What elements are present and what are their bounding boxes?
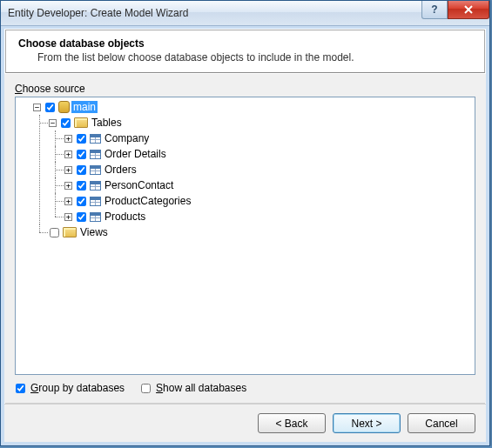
show-all-databases-checkbox[interactable] [141,384,151,393]
table-icon [90,181,101,191]
table-label[interactable]: ProductCategories [103,195,192,207]
table-row[interactable]: Order Details [49,146,473,162]
folder-icon [74,117,88,128]
titlebar-buttons: ? [421,1,489,18]
back-button[interactable]: < Back [258,413,326,433]
table-checkbox[interactable] [77,181,86,191]
wizard-window: Entity Developer: Create Model Wizard ? … [0,0,490,446]
window-title: Entity Developer: Create Model Wizard [8,7,188,19]
table-label[interactable]: Order Details [103,148,168,160]
cancel-button[interactable]: Cancel [408,413,475,433]
titlebar[interactable]: Entity Developer: Create Model Wizard ? [1,1,489,26]
show-all-databases-option[interactable]: Show all databases [140,382,246,394]
tree-root[interactable]: main Tables [17,99,473,240]
source-tree[interactable]: main Tables [15,97,475,375]
table-label[interactable]: Products [103,211,147,223]
views-checkbox[interactable] [50,228,59,237]
close-icon [463,5,474,14]
views-folder[interactable]: Views [33,224,473,240]
tables-folder[interactable]: Tables Company [33,115,473,224]
wizard-buttons: < Back Next > Cancel [4,404,486,442]
table-label[interactable]: PersonContact [103,179,175,191]
collapse-icon[interactable] [33,104,41,111]
expand-icon[interactable] [64,166,72,174]
wizard-body: Choose source main [4,74,486,403]
table-label[interactable]: Company [103,132,151,144]
table-icon [90,197,101,206]
expand-icon[interactable] [64,182,72,190]
table-row[interactable]: Orders [49,162,473,177]
table-row[interactable]: Company [49,130,473,146]
table-row[interactable]: Products [49,209,473,224]
tables-checkbox[interactable] [61,118,71,128]
header-title: Choose database objects [18,37,472,50]
table-checkbox[interactable] [77,197,86,206]
wizard-header: Choose database objects From the list be… [5,30,485,73]
table-checkbox[interactable] [77,134,86,144]
table-checkbox[interactable] [77,150,86,159]
expand-icon[interactable] [64,213,72,221]
folder-icon [63,227,77,237]
table-row[interactable]: PersonContact [49,177,473,193]
choose-source-label: Choose source [15,83,475,95]
table-label[interactable]: Orders [103,164,138,176]
expand-icon[interactable] [64,197,72,205]
tables-label[interactable]: Tables [90,117,124,129]
header-subtitle: From the list below choose database obje… [18,51,472,64]
root-checkbox[interactable] [45,103,55,112]
collapse-icon[interactable] [49,119,57,127]
client-area: Choose database objects From the list be… [1,26,489,445]
table-row[interactable]: ProductCategories [49,193,473,209]
table-icon [90,134,101,144]
help-button[interactable]: ? [421,1,448,19]
next-button[interactable]: Next > [333,413,401,433]
expand-icon[interactable] [64,135,72,143]
table-icon [90,212,101,222]
database-icon [58,101,70,113]
show-all-databases-label: Show all databases [156,382,246,394]
expand-icon[interactable] [64,150,72,158]
root-label[interactable]: main [71,101,98,113]
table-icon [90,165,101,175]
table-checkbox[interactable] [77,212,86,222]
close-button[interactable] [448,1,489,19]
group-by-databases-option[interactable]: Group by databases [15,382,125,394]
group-by-databases-checkbox[interactable] [16,384,25,393]
group-by-databases-label: Group by databases [30,382,125,394]
options-row: Group by databases Show all databases [15,382,475,394]
views-label[interactable]: Views [78,226,110,238]
table-checkbox[interactable] [77,165,86,175]
table-icon [90,150,101,159]
